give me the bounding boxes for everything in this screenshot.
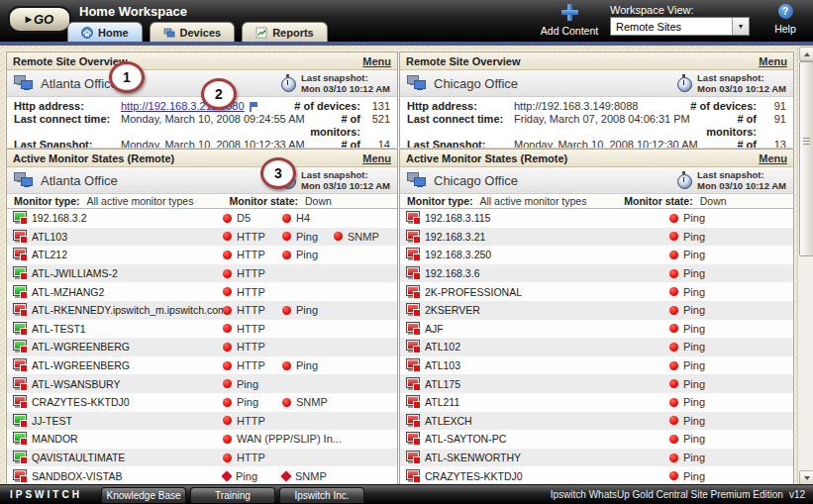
stopwatch-icon (281, 77, 296, 92)
help-icon: ? (778, 4, 793, 19)
field-right-label: # of monitors: (305, 113, 360, 139)
tab-devices[interactable]: Devices (150, 22, 236, 42)
go-button[interactable]: ▶GO (8, 6, 71, 33)
monitor-type-name: HTTP (237, 231, 265, 243)
monitor-row[interactable]: ATL-WSANSBURYPing (7, 374, 397, 393)
panel-header: Remote Site Overview Menu (7, 52, 397, 70)
panel-title: Active Monitor States (Remote) (406, 152, 567, 164)
monitor-row[interactable]: 192.168.3.6Ping (400, 264, 793, 283)
device-status-icon (406, 211, 421, 225)
scroll-up-arrow[interactable] (799, 47, 813, 61)
help-button[interactable]: ? Help (768, 4, 802, 37)
monitor-row[interactable]: 192.168.3.21Ping (400, 228, 793, 247)
monitor-row[interactable]: ATL-WGREENBERGHTTPPing (7, 356, 397, 375)
go-arrow-icon: ▶ (26, 15, 32, 24)
down-dot-icon (223, 435, 232, 444)
monitor-state-marker: HTTP (223, 304, 265, 316)
device-name: SANDBOX-VISTAB (32, 470, 122, 482)
monitor-row[interactable]: CRAZYTES-KKTDJ0Ping (400, 466, 793, 485)
chevron-down-icon[interactable]: ▼ (732, 18, 749, 35)
device-status-icon (406, 358, 421, 372)
panel-active-monitors-chicago: Active Monitor States (Remote) Menu Chic… (399, 149, 794, 504)
field-value: Monday, March 10, 2008 10:12:33 AM (121, 139, 305, 149)
down-diamond-icon (280, 470, 291, 481)
monitor-row[interactable]: ATL211Ping (400, 393, 793, 412)
monitor-row[interactable]: JJ-TESTHTTP (7, 412, 397, 431)
menu-link[interactable]: Menu (362, 152, 391, 164)
site-name: Atlanta Office (41, 76, 118, 91)
tab-reports[interactable]: Reports (242, 22, 328, 42)
monitor-state-marker: Ping (669, 212, 705, 224)
header-bar: ▶GO Home Workspace Home Devices Reports … (0, 0, 813, 42)
monitor-row[interactable]: QAVISTAULTIMATEHTTP (7, 449, 397, 467)
monitor-row[interactable]: ATL-WGREENBERGHTTP (7, 338, 397, 356)
down-dot-icon (669, 471, 678, 480)
monitor-row[interactable]: ATL103HTTPPingSNMP (7, 228, 397, 247)
add-content-button[interactable]: Add Content (533, 4, 606, 39)
monitor-row[interactable]: ATL-SAYTON-PCPing (400, 430, 793, 449)
monitor-row[interactable]: AJFPing (400, 320, 793, 339)
monitor-row[interactable]: ATLEXCHPing (400, 412, 793, 431)
monitor-row[interactable]: ATL212HTTPPing (7, 246, 397, 264)
link-flag-icon[interactable] (250, 102, 258, 112)
site-row: Chicago Office Last snapshot: Mon 03/10 … (400, 70, 793, 97)
add-plus-icon (561, 4, 578, 21)
footer-link-ipswitch-inc[interactable]: Ipswitch Inc. (279, 487, 364, 503)
device-name: ATL212 (32, 249, 67, 260)
overview-body: Http address: http://192.168.3.211:8080 … (7, 97, 397, 149)
menu-link[interactable]: Menu (362, 55, 391, 67)
monitor-row-list: 192.168.3.115Ping192.168.3.21Ping192.168… (400, 209, 793, 504)
panel-header: Remote Site Overview Menu (400, 52, 793, 70)
monitor-row[interactable]: 192.168.3.115Ping (400, 209, 793, 228)
monitor-row[interactable]: ATL103Ping (400, 356, 793, 375)
down-dot-icon (282, 398, 291, 407)
monitor-row[interactable]: SANDBOX-VISTABPingSNMP (7, 466, 397, 485)
monitor-row[interactable]: 2K-PROFESSIONALPing (400, 282, 793, 301)
footer-link-training[interactable]: Training (190, 487, 275, 503)
monitor-row[interactable]: ATL-TEST1HTTP (7, 320, 397, 339)
down-dot-icon (669, 343, 678, 352)
monitor-state-marker: Ping (669, 231, 705, 243)
monitor-row[interactable]: 2KSERVERPing (400, 301, 793, 320)
monitor-row[interactable]: 192.168.3.250Ping (400, 246, 793, 264)
monitor-state-marker: HTTP (223, 452, 265, 463)
tab-home[interactable]: Home (67, 22, 143, 42)
monitor-row[interactable]: CRAZYTES-KKTDJ0PingSNMP (7, 393, 397, 412)
monitor-state-marker: Ping (669, 341, 705, 353)
monitor-row[interactable]: ATL-JWILLIAMS-2HTTP (7, 264, 397, 283)
monitor-type-name: Ping (296, 359, 318, 371)
monitor-type-name: Ping (683, 286, 705, 298)
monitor-state-marker: Ping (223, 396, 258, 408)
scroll-down-arrow[interactable] (799, 470, 813, 485)
vertical-scrollbar[interactable] (797, 47, 813, 485)
version-label: v12 (789, 489, 805, 500)
monitor-state-marker: Ping (669, 415, 705, 427)
overview-field-row: Last Snapshot: Monday, March 10, 2008 10… (407, 139, 786, 149)
last-snapshot: Last snapshot: Mon 03/10 10:12 AM (281, 72, 390, 94)
scrollbar-thumb[interactable] (799, 61, 813, 256)
device-status-icon (406, 469, 421, 483)
monitor-row[interactable]: ATL102Ping (400, 338, 793, 356)
menu-link[interactable]: Menu (759, 55, 787, 67)
monitor-row[interactable]: ATL175Ping (400, 374, 793, 393)
monitor-row[interactable]: MANDORWAN (PPP/SLIP) In... (7, 430, 397, 449)
device-name: 192.168.3.115 (425, 212, 490, 224)
monitor-type-name: HTTP (237, 341, 265, 353)
monitor-row[interactable]: ATL-MZHANG2HTTP (7, 282, 397, 301)
monitor-state-marker: WAN (PPP/SLIP) In... (223, 433, 342, 445)
workspace-view-select[interactable]: Remote Sites ▼ (610, 17, 750, 36)
callout-2: 2 (201, 78, 237, 110)
monitor-row[interactable]: ATL-SKENWORTHYPing (400, 449, 793, 467)
device-name: ATL175 (425, 378, 460, 390)
device-status-icon (406, 451, 421, 464)
monitor-row[interactable]: 192.168.3.2D5H4 (7, 209, 397, 228)
menu-link[interactable]: Menu (759, 152, 787, 164)
workspace-content: Remote Site Overview Menu Atlanta Office… (0, 46, 813, 504)
down-dot-icon (282, 214, 291, 223)
monitor-state-marker: Ping (282, 249, 318, 260)
field-value: Monday, March 10, 2008 09:24:55 AM (121, 113, 305, 126)
panel-remote-site-overview-chicago: Remote Site Overview Menu Chicago Office… (399, 51, 794, 149)
footer-link-knowledge-base[interactable]: Knowledge Base (101, 487, 186, 503)
monitor-row[interactable]: ATL-RKENNEDY.ipswitch_m.ipswitch.comHTTP… (7, 301, 397, 320)
field-right-label: # of monitors: (690, 113, 757, 139)
